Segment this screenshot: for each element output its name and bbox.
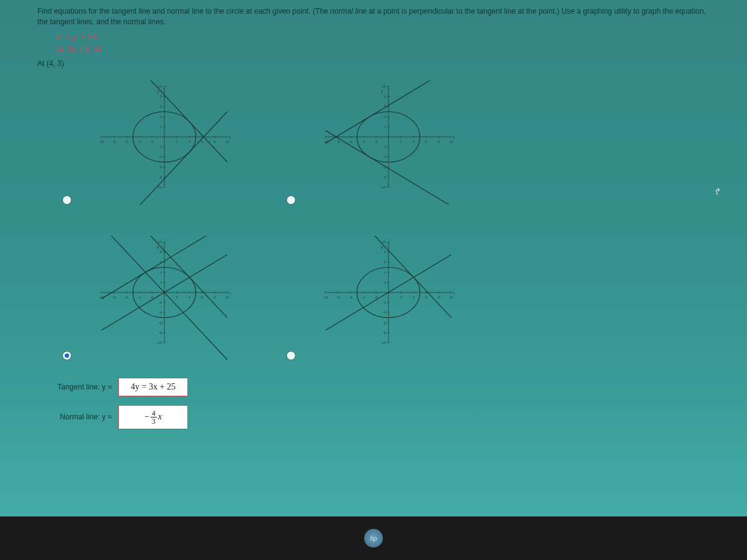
svg-text:-8: -8 (113, 296, 116, 299)
svg-text:-2: -2 (383, 145, 387, 149)
option-b[interactable]: -10-8-6-4-2246810-10-8-6-4-2246810xy (286, 74, 486, 211)
svg-text:-6: -6 (349, 296, 353, 299)
svg-text:6: 6 (384, 260, 387, 264)
svg-text:6: 6 (201, 140, 204, 144)
radio-c[interactable] (62, 351, 72, 360)
at-point-label: At (4, 3) (37, 59, 710, 68)
svg-text:-10: -10 (323, 296, 329, 299)
prompt-italic: normal line (330, 7, 367, 16)
laptop-bezel: hp (0, 516, 747, 560)
svg-text:-10: -10 (380, 341, 386, 345)
svg-text:10: 10 (382, 85, 386, 88)
cursor-icon: ↱ (713, 186, 723, 198)
svg-text:6: 6 (201, 296, 204, 299)
radio-b[interactable] (286, 195, 296, 205)
svg-text:-6: -6 (159, 320, 162, 324)
answers-section: Tangent line: y = 4y = 3x + 25 Normal li… (44, 378, 710, 429)
svg-text:8: 8 (214, 296, 216, 299)
svg-text:6: 6 (160, 105, 162, 108)
svg-text:2: 2 (384, 280, 387, 284)
svg-text:4: 4 (160, 270, 162, 274)
equation-block: x² + y² = 25 (4, 3), (-3, 4) (56, 31, 710, 55)
option-d[interactable]: -10-8-6-4-2246810-10-8-6-4-2246810xy (286, 230, 486, 366)
svg-text:-8: -8 (383, 175, 387, 179)
svg-text:-6: -6 (349, 140, 353, 144)
plot-c: -10-8-6-4-2246810-10-8-6-4-2246810xy (84, 236, 233, 360)
svg-text:4: 4 (413, 296, 415, 299)
svg-text:2: 2 (160, 280, 162, 284)
svg-text:2: 2 (160, 124, 162, 128)
svg-text:-4: -4 (159, 155, 162, 159)
svg-text:8: 8 (160, 250, 162, 254)
svg-text:-4: -4 (138, 140, 141, 144)
svg-text:10: 10 (225, 140, 230, 144)
svg-text:8: 8 (384, 250, 387, 254)
svg-text:y: y (157, 89, 159, 94)
svg-text:4: 4 (384, 114, 387, 118)
svg-text:-6: -6 (125, 140, 129, 144)
svg-text:-10: -10 (156, 341, 162, 345)
svg-text:y: y (381, 245, 383, 250)
graph-options-grid: -10-8-6-4-2246810-10-8-6-4-2246810xy -10… (62, 74, 710, 366)
svg-text:2: 2 (384, 124, 387, 128)
svg-text:-2: -2 (374, 140, 378, 144)
svg-text:10: 10 (157, 240, 162, 244)
svg-text:-8: -8 (159, 330, 162, 334)
svg-text:2: 2 (176, 140, 179, 144)
option-c[interactable]: -10-8-6-4-2246810-10-8-6-4-2246810xy (62, 230, 261, 366)
svg-text:-8: -8 (383, 330, 387, 334)
svg-text:2: 2 (176, 296, 179, 299)
svg-text:4: 4 (413, 140, 415, 144)
tangent-label: Tangent line: y = (44, 383, 112, 391)
normal-row: Normal line: y = −43x (44, 405, 710, 429)
option-a[interactable]: -10-8-6-4-2246810-10-8-6-4-2246810xy (62, 74, 261, 211)
svg-text:8: 8 (384, 95, 387, 98)
svg-text:2: 2 (400, 296, 403, 299)
svg-text:-4: -4 (383, 310, 387, 314)
circle-equation: x² + y² = 25 (56, 31, 710, 44)
svg-text:10: 10 (157, 85, 162, 88)
svg-text:-4: -4 (362, 296, 365, 299)
hp-logo-icon: hp (364, 529, 383, 548)
svg-text:-6: -6 (383, 320, 387, 324)
svg-text:x: x (228, 135, 231, 139)
svg-text:y: y (381, 89, 383, 94)
plot-b: -10-8-6-4-2246810-10-8-6-4-2246810xy (308, 80, 458, 205)
svg-text:-10: -10 (380, 185, 386, 189)
plot-d: -10-8-6-4-2246810-10-8-6-4-2246810xy (308, 236, 458, 360)
svg-text:6: 6 (425, 296, 428, 299)
svg-text:-2: -2 (159, 301, 162, 304)
svg-text:-8: -8 (113, 140, 116, 144)
svg-text:-2: -2 (150, 140, 154, 144)
svg-text:y: y (157, 245, 159, 250)
svg-text:10: 10 (382, 240, 386, 244)
normal-input[interactable]: −43x (118, 405, 188, 429)
svg-text:8: 8 (438, 140, 440, 144)
svg-text:8: 8 (214, 140, 216, 144)
svg-text:8: 8 (160, 95, 162, 98)
tangent-input[interactable]: 4y = 3x + 25 (118, 378, 188, 396)
given-points: (4, 3), (-3, 4) (56, 43, 710, 55)
question-prompt: Find equations for the tangent line and … (37, 6, 710, 27)
svg-text:-6: -6 (125, 296, 129, 299)
svg-text:-4: -4 (159, 310, 162, 314)
normal-label: Normal line: y = (44, 413, 112, 421)
svg-text:x: x (228, 291, 231, 295)
svg-text:2: 2 (400, 140, 403, 144)
radio-a[interactable] (62, 195, 72, 205)
tangent-row: Tangent line: y = 4y = 3x + 25 (44, 378, 710, 396)
svg-text:8: 8 (438, 296, 440, 299)
svg-text:-8: -8 (337, 296, 341, 299)
svg-text:-8: -8 (337, 140, 341, 144)
svg-text:-4: -4 (138, 296, 141, 299)
prompt-text-1: Find equations for the tangent line and … (37, 7, 330, 16)
svg-text:4: 4 (189, 140, 191, 144)
svg-text:-6: -6 (159, 165, 162, 169)
radio-d[interactable] (286, 351, 296, 360)
svg-text:-4: -4 (383, 155, 387, 159)
svg-text:6: 6 (425, 140, 428, 144)
svg-text:10: 10 (449, 140, 454, 144)
svg-text:x: x (453, 135, 455, 139)
app-screen: Find equations for the tangent line and … (0, 0, 747, 560)
svg-text:4: 4 (160, 114, 162, 118)
